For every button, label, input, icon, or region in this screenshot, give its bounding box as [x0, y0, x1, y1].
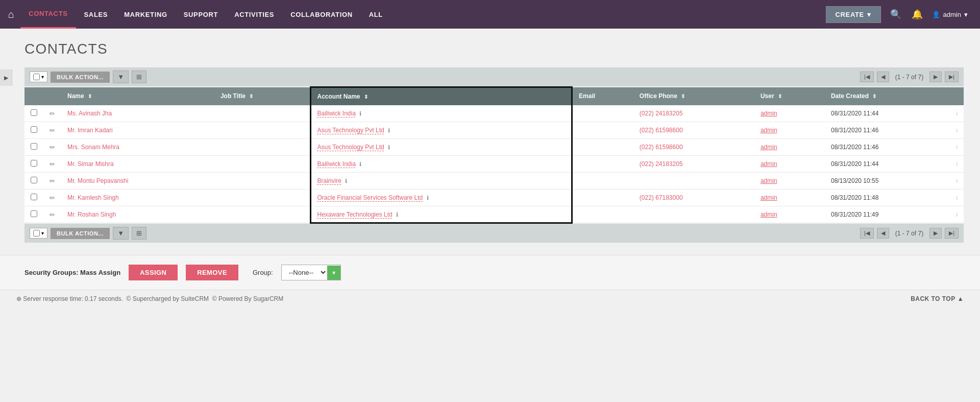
row-info-cell[interactable]: i: [950, 105, 964, 122]
row-info-cell[interactable]: i: [950, 190, 964, 206]
row-checkbox[interactable]: [31, 143, 37, 150]
account-name-link[interactable]: Hexaware Technologies Ltd: [317, 211, 393, 218]
group-select-wrapper[interactable]: --None-- ▾: [281, 265, 341, 280]
user-link[interactable]: admin: [761, 160, 777, 168]
row-checkbox-cell[interactable]: [24, 139, 43, 156]
back-to-top-button[interactable]: BACK TO TOP ▲: [911, 295, 964, 302]
contact-name-link[interactable]: Mr. Kamlesh Singh: [67, 194, 119, 201]
contact-name-link[interactable]: Ms. Avinash Jha: [67, 110, 112, 117]
edit-icon[interactable]: ✏: [50, 177, 55, 185]
row-edit-cell[interactable]: ✏: [43, 156, 61, 173]
edit-icon[interactable]: ✏: [50, 110, 55, 117]
row-info-cell[interactable]: i: [950, 173, 964, 190]
notifications-button[interactable]: 🔔: [906, 9, 928, 20]
row-checkbox-cell[interactable]: [24, 173, 43, 190]
header-account-name[interactable]: Account Name ⇕: [310, 87, 572, 106]
user-link[interactable]: admin: [761, 127, 777, 134]
user-link[interactable]: admin: [761, 194, 777, 201]
select-checkbox-dropdown-bottom[interactable]: ▾: [30, 228, 47, 239]
bulk-action-bottom-button[interactable]: BULK ACTION...: [51, 228, 110, 239]
checkbox-dropdown-arrow-bottom-icon[interactable]: ▾: [41, 230, 44, 236]
user-link[interactable]: admin: [761, 144, 777, 151]
office-phone-link[interactable]: (022) 24183205: [640, 110, 683, 117]
header-date-created[interactable]: Date Created ⇕: [825, 87, 950, 106]
row-edit-cell[interactable]: ✏: [43, 206, 61, 223]
edit-icon[interactable]: ✏: [50, 127, 55, 134]
row-info-icon[interactable]: i: [957, 195, 958, 201]
nav-sales[interactable]: SALES: [76, 0, 116, 29]
account-info-icon[interactable]: ℹ: [396, 211, 398, 218]
next-page-button-bottom[interactable]: ▶: [929, 228, 942, 239]
header-office-phone[interactable]: Office Phone ⇕: [633, 87, 754, 106]
header-name[interactable]: Name ⇕: [61, 87, 214, 106]
last-page-button-top[interactable]: ▶|: [945, 72, 959, 82]
row-info-cell[interactable]: i: [950, 206, 964, 223]
office-phone-link[interactable]: (022) 24183205: [640, 160, 683, 168]
row-info-icon[interactable]: i: [957, 127, 958, 133]
columns-button-bottom[interactable]: ⊞: [132, 227, 146, 240]
account-name-link[interactable]: Bailiwick India: [317, 160, 356, 168]
row-info-icon[interactable]: i: [957, 178, 958, 184]
nav-contacts[interactable]: CONTACTS: [20, 0, 76, 29]
select-all-checkbox-bottom[interactable]: [33, 230, 40, 237]
account-info-icon[interactable]: ℹ: [359, 110, 361, 116]
nav-marketing[interactable]: MARKETING: [116, 0, 176, 29]
row-checkbox[interactable]: [31, 210, 37, 217]
filter-button-top[interactable]: ▼: [113, 70, 129, 83]
row-checkbox-cell[interactable]: [24, 156, 43, 173]
nav-activities[interactable]: ACTIVITIES: [226, 0, 282, 29]
nav-all[interactable]: ALL: [361, 0, 391, 29]
header-user[interactable]: User ⇕: [754, 87, 825, 106]
user-link[interactable]: admin: [761, 211, 777, 218]
prev-page-button-bottom[interactable]: ◀: [877, 228, 889, 239]
contact-name-link[interactable]: Mr. Roshan Singh: [67, 211, 116, 218]
nav-collaboration[interactable]: COLLABORATION: [282, 0, 361, 29]
user-link[interactable]: admin: [761, 177, 777, 184]
next-page-button-top[interactable]: ▶: [929, 72, 942, 82]
account-name-link[interactable]: Bailiwick India: [317, 110, 356, 117]
account-info-icon[interactable]: ℹ: [388, 127, 390, 133]
checkbox-dropdown-arrow-icon[interactable]: ▾: [41, 74, 44, 80]
row-info-icon[interactable]: i: [957, 161, 958, 167]
row-edit-cell[interactable]: ✏: [43, 105, 61, 122]
select-all-checkbox[interactable]: [33, 74, 40, 80]
account-name-link[interactable]: Asus Technology Pvt Ltd: [317, 144, 384, 151]
row-checkbox[interactable]: [31, 126, 37, 133]
row-edit-cell[interactable]: ✏: [43, 122, 61, 139]
contact-name-link[interactable]: Mr. Imran Kadari: [67, 127, 113, 134]
row-checkbox[interactable]: [31, 160, 37, 167]
account-info-icon[interactable]: ℹ: [427, 195, 429, 201]
account-name-link[interactable]: Oracle Financial Services Software Ltd: [317, 194, 423, 201]
row-checkbox[interactable]: [31, 177, 37, 183]
row-info-cell[interactable]: i: [950, 122, 964, 139]
last-page-button-bottom[interactable]: ▶|: [945, 228, 959, 239]
nav-support[interactable]: SUPPORT: [176, 0, 226, 29]
office-phone-link[interactable]: (022) 61598600: [640, 144, 683, 151]
user-link[interactable]: admin: [761, 110, 777, 117]
contact-name-link[interactable]: Mr. Montu Pepavanshi: [67, 177, 128, 184]
row-info-cell[interactable]: i: [950, 156, 964, 173]
row-info-icon[interactable]: i: [957, 144, 958, 150]
row-checkbox-cell[interactable]: [24, 122, 43, 139]
row-checkbox-cell[interactable]: [24, 206, 43, 223]
row-edit-cell[interactable]: ✏: [43, 173, 61, 190]
edit-icon[interactable]: ✏: [50, 194, 55, 202]
first-page-button-top[interactable]: |◀: [860, 72, 874, 82]
account-info-icon[interactable]: ℹ: [388, 144, 390, 150]
office-phone-link[interactable]: (022) 61598600: [640, 127, 683, 134]
account-name-link[interactable]: Brainvire: [317, 177, 341, 184]
row-edit-cell[interactable]: ✏: [43, 190, 61, 206]
first-page-button-bottom[interactable]: |◀: [860, 228, 874, 239]
row-checkbox-cell[interactable]: [24, 105, 43, 122]
header-job-title[interactable]: Job Title ⇕: [214, 87, 310, 106]
row-edit-cell[interactable]: ✏: [43, 139, 61, 156]
office-phone-link[interactable]: (022) 67183000: [640, 194, 683, 201]
assign-button[interactable]: ASSIGN: [129, 265, 178, 280]
account-name-link[interactable]: Asus Technology Pvt Ltd: [317, 127, 384, 134]
home-button[interactable]: ⌂: [8, 9, 14, 20]
row-info-icon[interactable]: i: [957, 110, 958, 116]
search-button[interactable]: 🔍: [885, 9, 906, 20]
account-info-icon[interactable]: ℹ: [345, 178, 347, 184]
row-info-icon[interactable]: i: [957, 211, 958, 218]
account-info-icon[interactable]: ℹ: [359, 161, 361, 167]
